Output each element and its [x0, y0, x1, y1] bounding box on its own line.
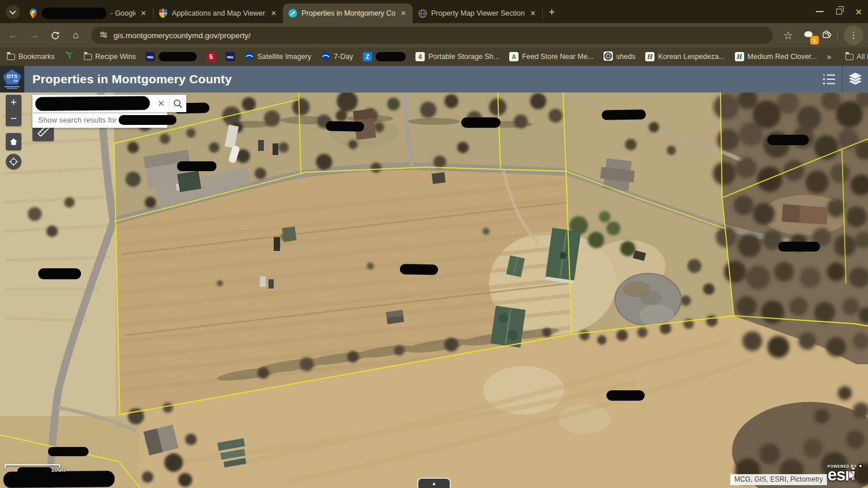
- suggestion-text: Show search results for: [38, 116, 117, 124]
- zoom-controls: + −: [6, 95, 21, 126]
- window-controls: ✕: [816, 0, 862, 23]
- extension-badge: 1: [810, 36, 819, 45]
- redacted-tab-title: [42, 8, 106, 19]
- browser-menu-button[interactable]: ⋮: [844, 25, 863, 45]
- aerial-map-viewport[interactable]: + − ✕ Show: [0, 93, 868, 488]
- tab-search-button[interactable]: [6, 5, 20, 19]
- bookmark-channel5[interactable]: 5: [207, 52, 216, 61]
- new-tab-button[interactable]: +: [549, 6, 555, 19]
- search-suggestion[interactable]: Show search results for: [32, 112, 167, 128]
- bookmark-phones[interactable]: [65, 51, 74, 62]
- tab-properties-montgomery[interactable]: Properties in Montgomery Cou ✕: [283, 3, 413, 23]
- map-attribution: MCG, GIS, ESRI, Pictometry: [730, 474, 827, 485]
- bookmark-folder-bookmarks[interactable]: Bookmarks: [7, 53, 55, 61]
- extensions-puzzle-icon[interactable]: [821, 29, 832, 42]
- expand-panel-handle[interactable]: ▲: [417, 478, 451, 488]
- noaa-icon: [245, 51, 254, 62]
- wunderground-icon: wu: [226, 52, 235, 61]
- legend-button[interactable]: [816, 66, 842, 93]
- bookmark-folder-recipe-wins[interactable]: Recipe Wins: [84, 53, 136, 61]
- bookmarks-overflow-chevron[interactable]: »: [827, 52, 832, 61]
- toolbar-divider: [837, 30, 838, 40]
- bookmark-label: Korean Lespedeza...: [658, 53, 724, 61]
- back-button[interactable]: ←: [5, 27, 22, 44]
- tab-separator: [542, 8, 543, 19]
- bookmark-feed-store[interactable]: A Feed Store Near Me...: [509, 52, 594, 61]
- bookmark-satellite-imagery[interactable]: Satellite Imagery: [245, 51, 311, 62]
- extension-icon[interactable]: 1: [803, 29, 815, 41]
- bookmark-star-icon[interactable]: ☆: [779, 27, 797, 44]
- tab-title: - Google Ma: [111, 9, 135, 17]
- bookmark-zillow-redacted[interactable]: Z: [363, 52, 406, 61]
- locate-icon: [9, 157, 19, 167]
- channel5-icon: 5: [207, 52, 216, 61]
- url-text: gis.montgomerycountymd.gov/property/: [113, 31, 251, 40]
- bookmark-medium-red-clover[interactable]: H Medium Red Clover...: [735, 52, 817, 61]
- folder-icon: [7, 54, 15, 60]
- folder-icon: [845, 54, 854, 60]
- bookmark-sheds[interactable]: sheds: [604, 51, 635, 62]
- bookmark-label: sheds: [616, 53, 635, 61]
- site-settings-icon[interactable]: [100, 31, 108, 40]
- layers-icon: [847, 72, 863, 87]
- bookmark-label: 7-Day: [334, 53, 353, 61]
- close-tab-icon[interactable]: ✕: [270, 9, 278, 17]
- wheel-icon: [604, 51, 613, 62]
- zoom-out-button[interactable]: −: [6, 110, 21, 126]
- search-icon: [173, 99, 183, 109]
- clear-search-button[interactable]: ✕: [153, 95, 169, 112]
- zoom-in-button[interactable]: +: [6, 95, 21, 110]
- wunderground-icon: wu: [146, 52, 155, 61]
- dts-gis-logo: DTS GIS: [0, 66, 24, 93]
- phone-icon: [65, 51, 74, 62]
- home-icon: [9, 137, 19, 146]
- tab-property-map-viewer[interactable]: Property Map Viewer Section 5 ✕: [413, 3, 542, 23]
- tab-google-maps[interactable]: - Google Ma ✕: [23, 3, 153, 23]
- search-submit-button[interactable]: [169, 95, 186, 112]
- noaa-icon: [321, 51, 330, 62]
- globe-icon: [418, 9, 427, 18]
- redacted-bookmark-label: [159, 52, 197, 61]
- locate-button[interactable]: [6, 154, 21, 169]
- page-title: Properties in Montgomery County: [32, 72, 232, 86]
- close-tab-icon[interactable]: ✕: [399, 9, 407, 17]
- close-window-icon[interactable]: ✕: [855, 8, 862, 16]
- app-header: DTS GIS Properties in Montgomery County: [0, 66, 868, 93]
- reload-button[interactable]: [46, 27, 64, 44]
- browser-toolbar: ← → ⌂ gis.montgomerycountymd.gov/propert…: [0, 23, 868, 47]
- redacted-suggestion-term: [119, 115, 176, 125]
- all-bookmarks-button[interactable]: All Bookmarks: [845, 53, 868, 61]
- bookmarks-bar: Bookmarks Recipe Wins wu 5 wu Satellite …: [0, 47, 868, 66]
- bookmark-wunderground-redacted[interactable]: wu: [146, 52, 197, 61]
- minimize-icon[interactable]: [816, 11, 823, 12]
- channel4-icon: 4: [415, 52, 425, 61]
- layers-button[interactable]: [843, 66, 868, 93]
- bookmark-korean-lespedeza[interactable]: H Korean Lespedeza...: [645, 52, 724, 61]
- bookmark-wunderground[interactable]: wu: [226, 52, 235, 61]
- home-button[interactable]: ⌂: [67, 27, 84, 44]
- tab-strip: - Google Ma ✕ Applications and Map Viewe…: [0, 0, 868, 23]
- tab-title: Properties in Montgomery Cou: [301, 9, 395, 17]
- svg-text:DTS: DTS: [7, 73, 17, 79]
- tab-applications-map-viewers[interactable]: Applications and Map Viewers ✕: [153, 3, 283, 23]
- chevron-down-icon: [9, 8, 16, 14]
- bookmark-label: Medium Red Clover...: [748, 53, 817, 61]
- seed-icon: H: [645, 52, 654, 61]
- bookmark-7-day[interactable]: 7-Day: [321, 51, 353, 62]
- restore-icon[interactable]: [836, 9, 842, 14]
- mouse-cursor: [847, 470, 858, 482]
- forward-button[interactable]: →: [25, 27, 43, 44]
- bookmark-portable-storage[interactable]: 4 Portable Storage Sh...: [415, 52, 499, 61]
- redacted-search-text: [35, 96, 150, 111]
- close-tab-icon[interactable]: ✕: [529, 9, 537, 17]
- bookmark-label: Bookmarks: [19, 53, 55, 61]
- seed-icon: H: [735, 52, 744, 61]
- close-tab-icon[interactable]: ✕: [139, 9, 148, 17]
- search-input[interactable]: [32, 95, 153, 112]
- tab-title: Property Map Viewer Section 5: [431, 9, 525, 17]
- bookmark-label: Recipe Wins: [95, 53, 136, 61]
- url-bar[interactable]: gis.montgomerycountymd.gov/property/: [91, 27, 773, 44]
- aerial-imagery: [0, 93, 868, 488]
- home-extent-button[interactable]: [6, 133, 21, 150]
- redacted-bookmark-label: [376, 52, 406, 61]
